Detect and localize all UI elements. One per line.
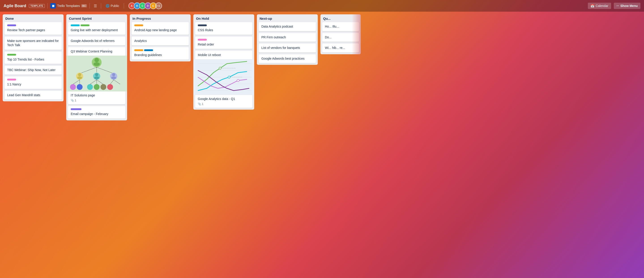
card-do-partial[interactable]: Do...: [322, 33, 359, 42]
calendar-button[interactable]: 📅 Calendar: [588, 3, 611, 9]
workspace-name: Trello Templates: [57, 4, 80, 8]
card-title: Analytics: [134, 39, 186, 43]
card-lead-gen[interactable]: Lead Gen Mandrill stats: [4, 91, 62, 100]
card-image-org-chart: [66, 56, 127, 91]
card-analytics[interactable]: Analytics: [132, 37, 189, 46]
card-it-solutions[interactable]: IT Solutions page 📎 1: [68, 58, 125, 104]
svg-point-11: [95, 73, 98, 76]
card-nancy[interactable]: 1:1 Nancy: [4, 76, 62, 89]
label-teal: [71, 25, 80, 26]
label-blue-dark: [144, 49, 153, 51]
column-current-sprint-title: Current Sprint: [66, 14, 127, 22]
attachment-count: 📎 1: [71, 99, 76, 102]
label-pink: [198, 39, 207, 41]
card-title: Going live with server deployment: [71, 28, 122, 33]
attachment-count: 📎 1: [198, 102, 204, 106]
card-title: Ho... Illu...: [325, 25, 356, 29]
column-done: Done Review Tech partner pages Make sure…: [3, 14, 64, 101]
calendar-label: Calendar: [596, 4, 608, 8]
card-data-analytics-podcast[interactable]: Data Analytics podcast: [259, 22, 316, 31]
card-google-analytics[interactable]: Google Analytics data - Q1 📎 1: [195, 61, 252, 108]
column-in-progress: In Progress Android App new landing page…: [130, 14, 191, 61]
workspace-info[interactable]: ▦ Trello Templates BC: [50, 3, 87, 9]
workspace-badge: BC: [81, 4, 87, 8]
card-body: IT Solutions page 📎 1: [68, 93, 125, 102]
dots-icon: ···: [616, 4, 619, 8]
column-next-up-cards: Data Analytics podcast PR Firm outreach …: [257, 22, 318, 65]
column-current-sprint-cards: Going live with server deployment Google…: [66, 22, 127, 120]
card-pr-firm[interactable]: PR Firm outreach: [259, 33, 316, 42]
card-list-vendors[interactable]: List of vendors for banquets: [259, 44, 316, 52]
card-title: Google Adwords list of referrers: [71, 39, 122, 43]
menu-icon-btn[interactable]: ☰: [92, 3, 98, 9]
svg-point-24: [77, 84, 82, 90]
card-ho-illu[interactable]: Ho... Illu...: [322, 22, 359, 31]
card-android-app[interactable]: Android App new landing page: [132, 22, 189, 35]
label-green: [7, 54, 16, 56]
label-purple: [71, 108, 82, 110]
card-title: Top 10 Trends list - Forbes: [7, 57, 59, 62]
column-in-progress-cards: Android App new landing page Analytics B…: [130, 22, 191, 61]
card-q3-webinar[interactable]: Q3 Webinar Content Planning: [68, 47, 125, 56]
card-google-adwords[interactable]: Google Adwords list of referrers: [68, 37, 125, 46]
card-title: Review Tech partner pages: [7, 28, 59, 33]
paperclip-icon: 📎: [71, 99, 74, 102]
header: Agile Board TEMPLATE ▦ Trello Templates …: [0, 0, 644, 12]
label-dark-blue: [198, 25, 207, 26]
label-orange: [134, 25, 143, 26]
header-divider-3: [101, 3, 101, 9]
workspace-icon: ▦: [50, 3, 56, 9]
svg-point-23: [70, 84, 76, 90]
card-css-rules[interactable]: CSS Rules: [195, 22, 252, 35]
card-title: Data Analytics podcast: [261, 25, 313, 29]
card-email-campaign[interactable]: Email campaign - February: [68, 106, 125, 119]
visibility-label: Public: [110, 4, 119, 8]
card-title: Q3 Webinar Content Planning: [71, 49, 122, 54]
app-container: Agile Board TEMPLATE ▦ Trello Templates …: [0, 0, 644, 278]
template-badge: TEMPLATE: [29, 4, 45, 8]
card-labels: [7, 79, 59, 80]
svg-point-14: [112, 73, 115, 76]
paperclip-icon: 📎: [198, 102, 201, 106]
card-make-sure-sponsors[interactable]: Make sure sponsors are indicated for Tec…: [4, 37, 62, 50]
header-divider-4: [124, 3, 124, 9]
card-title: Wi... hib... re...: [325, 46, 356, 50]
card-title: Mobile UI reboot: [198, 53, 250, 57]
card-branding[interactable]: Branding guidelines: [132, 47, 189, 60]
svg-point-9: [77, 76, 82, 79]
card-title: 1:1 Nancy: [7, 82, 59, 87]
card-going-live[interactable]: Going live with server deployment: [68, 22, 125, 35]
show-menu-button[interactable]: ··· Show Menu: [614, 3, 640, 9]
svg-point-28: [107, 84, 113, 90]
avatar-group: A B C D E +1: [128, 3, 162, 9]
svg-point-3: [94, 62, 100, 66]
svg-point-27: [100, 84, 106, 90]
card-title: Branding guidelines: [134, 53, 186, 57]
card-review-tech[interactable]: Review Tech partner pages: [4, 22, 62, 35]
card-title: Android App new landing page: [134, 28, 186, 33]
header-divider-2: [90, 3, 90, 9]
column-partial-title: Qu...: [320, 14, 361, 22]
card-tbc-webinar[interactable]: TBC Webinar: Ship Now, Not Later: [4, 66, 62, 75]
column-done-title: Done: [3, 14, 64, 22]
column-in-progress-title: In Progress: [130, 14, 191, 22]
column-partial-qu: Qu... Ho... Illu... Do... Wi... hib... r…: [320, 14, 361, 54]
card-labels: [134, 25, 186, 26]
card-top-10-trends[interactable]: Top 10 Trends list - Forbes: [4, 52, 62, 64]
svg-point-2: [94, 58, 99, 62]
card-google-adwords-best[interactable]: Google Adwords best practices: [259, 54, 316, 63]
analytics-chart-svg: [193, 59, 254, 95]
card-mobile-ui[interactable]: Mobile UI reboot: [195, 51, 252, 60]
svg-point-37: [237, 79, 239, 82]
column-on-hold-title: On Hold: [193, 14, 254, 22]
card-wi-partial[interactable]: Wi... hib... re...: [322, 44, 359, 52]
card-footer: 📎 1: [198, 102, 250, 106]
svg-point-12: [94, 76, 99, 79]
column-next-up-title: Next-up: [257, 14, 318, 22]
column-partial-cards: Ho... Illu... Do... Wi... hib... re...: [320, 22, 361, 54]
card-body: Google Analytics data - Q1 📎 1: [195, 97, 252, 106]
visibility-button[interactable]: 🌐 Public: [104, 3, 121, 9]
card-retail-order[interactable]: Retail order: [195, 37, 252, 49]
card-title: Google Analytics data - Q1: [198, 97, 250, 101]
avatar-overflow[interactable]: +1: [155, 3, 162, 9]
